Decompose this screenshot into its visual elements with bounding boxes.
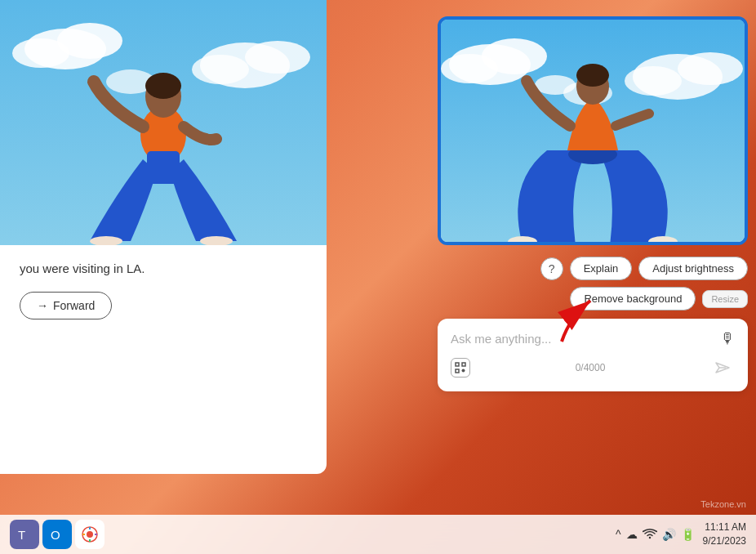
svg-point-17 bbox=[441, 54, 498, 83]
svg-rect-30 bbox=[456, 369, 459, 373]
battery-icon[interactable]: 🔋 bbox=[681, 528, 695, 541]
resize-button[interactable]: Resize bbox=[702, 290, 748, 308]
taskbar-left: T O bbox=[10, 520, 105, 549]
char-count: 0/4000 bbox=[576, 362, 606, 373]
chat-input-row: Ask me anything... 🎙 bbox=[451, 330, 735, 347]
ai-panel: ? Explain Adjust brightness Remove backg… bbox=[438, 16, 748, 391]
email-sky bbox=[0, 0, 327, 245]
onedrive-icon[interactable]: ☁ bbox=[626, 528, 638, 541]
remove-background-button[interactable]: Remove background bbox=[570, 287, 696, 311]
svg-point-10 bbox=[145, 73, 181, 99]
taskbar-teams-app[interactable]: T bbox=[10, 520, 39, 549]
adjust-brightness-button[interactable]: Adjust brightness bbox=[638, 257, 748, 280]
explain-button[interactable]: Explain bbox=[570, 257, 633, 280]
email-body: you were visiting in LA. → Forward bbox=[0, 245, 327, 336]
email-image bbox=[0, 0, 327, 245]
action-buttons-row: ? Explain Adjust brightness bbox=[438, 257, 748, 280]
svg-rect-28 bbox=[456, 363, 459, 366]
microphone-icon[interactable]: 🎙 bbox=[720, 330, 735, 347]
taskbar-outlook-app[interactable]: O bbox=[42, 520, 72, 549]
chat-placeholder-text: Ask me anything... bbox=[451, 332, 712, 346]
forward-arrow-icon: → bbox=[37, 299, 48, 312]
svg-text:O: O bbox=[51, 528, 60, 542]
send-button[interactable] bbox=[710, 355, 735, 380]
svg-point-20 bbox=[625, 66, 682, 96]
svg-rect-11 bbox=[147, 151, 180, 184]
ai-image-container bbox=[438, 16, 748, 245]
svg-point-25 bbox=[576, 64, 609, 87]
svg-point-6 bbox=[192, 55, 249, 84]
svg-point-19 bbox=[678, 52, 743, 85]
email-body-text: you were visiting in LA. bbox=[20, 261, 307, 275]
system-tray-icons: ^ ☁ 🔊 🔋 bbox=[616, 528, 695, 542]
system-clock[interactable]: 11:11 AM 9/21/2023 bbox=[703, 520, 746, 548]
svg-text:T: T bbox=[18, 528, 25, 542]
chat-footer: 0/4000 bbox=[451, 355, 735, 380]
wifi-icon[interactable] bbox=[643, 528, 657, 542]
watermark-text: Tekzone.vn bbox=[700, 499, 746, 509]
scan-svg bbox=[455, 362, 466, 373]
email-panel: you were visiting in LA. → Forward bbox=[0, 0, 327, 474]
clock-time: 11:11 AM bbox=[703, 520, 746, 534]
clock-date: 9/21/2023 bbox=[703, 534, 746, 548]
send-icon bbox=[714, 360, 731, 376]
system-tray-expand-icon[interactable]: ^ bbox=[616, 528, 621, 541]
watermark: Tekzone.vn bbox=[700, 499, 746, 509]
forward-label: Forward bbox=[53, 299, 95, 312]
svg-point-31 bbox=[462, 369, 465, 373]
teams-icon: T bbox=[16, 525, 33, 543]
help-icon-label: ? bbox=[549, 262, 555, 275]
forward-button[interactable]: → Forward bbox=[20, 292, 112, 319]
svg-point-5 bbox=[245, 41, 310, 74]
taskbar-photos-app[interactable] bbox=[75, 520, 105, 549]
ai-image-svg bbox=[441, 20, 745, 245]
svg-rect-29 bbox=[462, 363, 465, 366]
secondary-buttons-row: Remove background Resize bbox=[438, 287, 748, 311]
taskbar: T O ^ ☁ bbox=[0, 515, 756, 554]
taskbar-right: ^ ☁ 🔊 🔋 11:11 AM 9/21/2023 bbox=[616, 520, 746, 548]
wifi-svg bbox=[643, 528, 657, 539]
outlook-icon: O bbox=[48, 525, 66, 543]
svg-point-37 bbox=[87, 531, 93, 538]
photos-icon bbox=[81, 525, 99, 543]
svg-point-22 bbox=[535, 75, 576, 95]
help-icon-button[interactable]: ? bbox=[540, 257, 563, 280]
scan-icon-button[interactable] bbox=[451, 358, 470, 378]
volume-icon[interactable]: 🔊 bbox=[662, 528, 676, 541]
chat-box: Ask me anything... 🎙 0/4000 bbox=[438, 319, 748, 391]
svg-point-3 bbox=[12, 38, 69, 68]
